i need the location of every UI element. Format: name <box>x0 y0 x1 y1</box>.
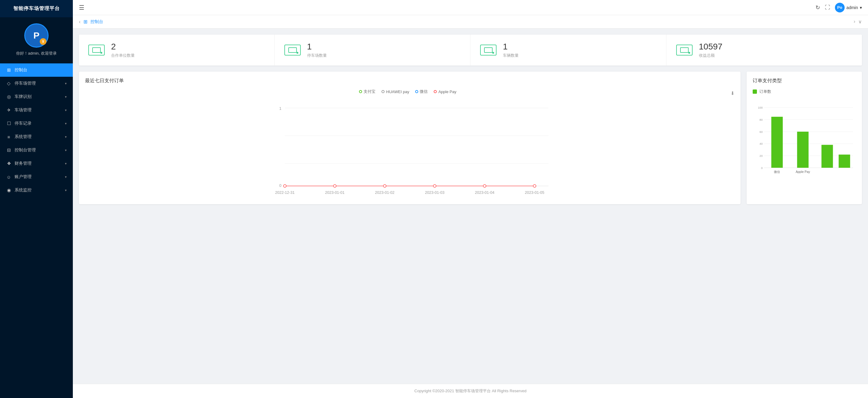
svg-text:Apple Pay: Apple Pay <box>796 170 810 173</box>
content-area: 2 合作单位数量 1 停车场数量 1 车辆数量 <box>73 29 868 384</box>
stat-card-parking: 1 停车场数量 <box>275 35 471 66</box>
bar-legend-label: 订单数 <box>760 89 771 94</box>
chevron-down-icon: ▾ <box>65 162 67 166</box>
svg-text:40: 40 <box>760 142 763 145</box>
svg-text:2023-01-03: 2023-01-03 <box>425 191 444 195</box>
user-menu[interactable]: Po admin ▾ <box>835 3 862 12</box>
chevron-down-icon: ▾ <box>65 108 67 112</box>
svg-point-9 <box>383 185 386 187</box>
legend-huawei: HUAWEI pay <box>381 89 409 94</box>
sidebar-item-finance-mgmt[interactable]: ❖ 财务管理 ▾ <box>0 157 73 170</box>
bar-legend-color <box>753 90 757 94</box>
bar-chart-svg: 100 80 60 40 20 0 微信 Apple Pay <box>753 98 856 186</box>
breadcrumb-dashboard-icon: ⊞ <box>84 19 87 25</box>
sidebar-item-system-monitor[interactable]: ◉ 系统监控 ▾ <box>0 184 73 197</box>
sidebar-item-label: 系统管理 <box>14 134 32 139</box>
svg-text:2023-01-01: 2023-01-01 <box>325 191 344 195</box>
breadcrumb-bar: ‹ ⊞ 控制台 › ∨ <box>73 15 868 29</box>
sidebar-item-label: 控制台 <box>14 67 27 73</box>
stat-icon-vehicle <box>480 44 497 56</box>
sidebar-item-label: 停车记录 <box>14 121 32 126</box>
user-dropdown-icon: ▾ <box>860 5 862 10</box>
svg-text:微信: 微信 <box>774 170 780 173</box>
legend-wechat-label: 微信 <box>420 89 428 94</box>
stat-number-parking: 1 <box>307 42 327 52</box>
svg-point-11 <box>483 185 486 187</box>
finance-icon: ❖ <box>6 161 11 166</box>
svg-point-8 <box>334 185 336 187</box>
stat-number-revenue: 10597 <box>699 42 723 52</box>
sidebar-item-label: 财务管理 <box>14 161 32 166</box>
sidebar-user: P ¥ 你好！admin, 欢迎登录 <box>0 17 73 61</box>
chevron-down-icon: ▾ <box>65 148 67 152</box>
menu-toggle-icon[interactable]: ☰ <box>79 4 84 11</box>
refresh-icon[interactable]: ↻ <box>815 4 820 11</box>
legend-dot-alipay <box>359 90 362 93</box>
sidebar: 智能停车场管理平台 P ¥ 你好！admin, 欢迎登录 ⊞ 控制台 ◇ 停车场… <box>0 0 73 398</box>
dashboard-icon: ⊞ <box>6 67 11 73</box>
svg-point-12 <box>533 185 536 187</box>
sidebar-item-dashboard[interactable]: ⊞ 控制台 <box>0 63 73 77</box>
stat-icon-parking <box>284 44 301 56</box>
system-icon: ≡ <box>6 134 11 139</box>
svg-text:2023-01-05: 2023-01-05 <box>525 191 544 195</box>
charts-row: 最近七日支付订单 支付宝 HUAWEI pay 微信 <box>79 72 862 204</box>
breadcrumb-prev-icon[interactable]: ‹ <box>79 19 81 25</box>
sidebar-item-console-mgmt[interactable]: ⊟ 控制台管理 ▾ <box>0 143 73 157</box>
sidebar-item-account-mgmt[interactable]: ☺ 账户管理 ▾ <box>0 170 73 184</box>
bar-apple-pay <box>797 132 808 168</box>
sidebar-item-parking-mgmt[interactable]: ◇ 停车场管理 ▾ <box>0 77 73 90</box>
svg-point-10 <box>433 185 436 187</box>
chevron-down-icon: ▾ <box>65 135 67 139</box>
footer: Copyright ©2020-2021 智能停车场管理平台 All Right… <box>73 384 868 398</box>
sidebar-item-parking-records[interactable]: ☐ 停车记录 ▾ <box>0 117 73 130</box>
svg-text:1: 1 <box>279 106 281 111</box>
sidebar-item-label: 系统监控 <box>14 188 32 193</box>
legend-apple-label: Apple Pay <box>438 90 456 94</box>
sidebar-item-venue-mgmt[interactable]: ✈ 车场管理 ▾ <box>0 103 73 117</box>
bar-chart-card: 订单支付类型 订单数 100 80 60 <box>747 72 862 204</box>
legend-dot-wechat <box>415 90 418 93</box>
welcome-text: 你好！admin, 欢迎登录 <box>16 51 57 56</box>
yuan-badge-icon: ¥ <box>40 38 46 45</box>
svg-text:2022-12-31: 2022-12-31 <box>275 191 294 195</box>
topbar-avatar: Po <box>835 3 845 12</box>
download-icon[interactable]: ⬇ <box>731 90 735 96</box>
sidebar-item-system-mgmt[interactable]: ≡ 系统管理 ▾ <box>0 130 73 143</box>
sidebar-item-label: 车场管理 <box>14 107 32 113</box>
breadcrumb-next-icon[interactable]: › <box>854 19 855 25</box>
legend-dot-huawei <box>381 90 384 93</box>
svg-text:2023-01-04: 2023-01-04 <box>475 191 494 195</box>
fullscreen-icon[interactable]: ⛶ <box>825 5 830 11</box>
chevron-down-icon: ▾ <box>65 81 67 86</box>
breadcrumb: 控制台 <box>90 19 103 25</box>
sidebar-item-plate-recognition[interactable]: ◎ 车牌识别 ▾ <box>0 90 73 103</box>
legend-alipay: 支付宝 <box>359 89 375 94</box>
parking-mgmt-icon: ◇ <box>6 81 11 86</box>
chevron-down-icon: ▾ <box>65 95 67 99</box>
sidebar-nav: ⊞ 控制台 ◇ 停车场管理 ▾ ◎ 车牌识别 ▾ ✈ 车场管理 ▾ <box>0 61 73 398</box>
legend-alipay-label: 支付宝 <box>364 89 375 94</box>
stat-icon-revenue <box>676 44 693 56</box>
avatar: P ¥ <box>24 23 49 47</box>
svg-text:100: 100 <box>758 106 763 109</box>
bar-item3 <box>822 145 833 168</box>
bar-item4 <box>839 155 850 168</box>
sidebar-item-label: 停车场管理 <box>14 81 36 86</box>
chart-legend: 支付宝 HUAWEI pay 微信 Apple Pay <box>85 89 731 94</box>
sidebar-item-label: 车牌识别 <box>14 94 32 100</box>
stat-label-partner: 合作单位数量 <box>111 53 135 58</box>
svg-text:0: 0 <box>761 166 763 170</box>
plate-icon: ◎ <box>6 94 11 100</box>
chevron-down-icon: ▾ <box>65 175 67 179</box>
svg-text:20: 20 <box>760 154 763 158</box>
breadcrumb-collapse-icon[interactable]: ∨ <box>858 19 862 25</box>
stat-card-revenue: 10597 收益总额 <box>667 35 862 66</box>
bar-wechat <box>771 117 783 168</box>
bar-chart-title: 订单支付类型 <box>753 78 856 84</box>
stat-label-parking: 停车场数量 <box>307 53 327 58</box>
line-chart-title: 最近七日支付订单 <box>85 78 735 84</box>
stat-label-vehicle: 车辆数量 <box>503 53 519 58</box>
stats-row: 2 合作单位数量 1 停车场数量 1 车辆数量 <box>79 35 862 66</box>
legend-apple: Apple Pay <box>434 89 456 94</box>
